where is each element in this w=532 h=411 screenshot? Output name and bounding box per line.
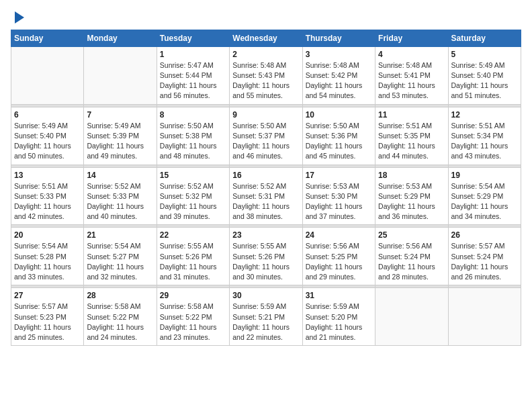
calendar-cell: 24Sunrise: 5:56 AM Sunset: 5:25 PM Dayli… [302, 228, 375, 285]
weekday-header-sunday: Sunday [11, 30, 84, 46]
day-number: 14 [87, 171, 153, 180]
calendar-week-row-2: 6Sunrise: 5:49 AM Sunset: 5:40 PM Daylig… [11, 107, 521, 165]
logo-arrow-icon [15, 11, 24, 24]
calendar-cell [11, 46, 84, 104]
day-info: Sunrise: 5:54 AM Sunset: 5:27 PM Dayligh… [87, 241, 153, 282]
day-number: 5 [451, 50, 518, 59]
day-info: Sunrise: 5:52 AM Sunset: 5:33 PM Dayligh… [87, 181, 153, 222]
weekday-header-friday: Friday [375, 30, 448, 46]
day-number: 4 [378, 50, 445, 59]
calendar-cell: 19Sunrise: 5:54 AM Sunset: 5:29 PM Dayli… [448, 167, 521, 225]
day-info: Sunrise: 5:52 AM Sunset: 5:31 PM Dayligh… [232, 181, 299, 222]
day-number: 23 [232, 230, 299, 240]
calendar-cell [448, 288, 521, 346]
day-info: Sunrise: 5:58 AM Sunset: 5:22 PM Dayligh… [160, 302, 226, 342]
calendar-cell: 28Sunrise: 5:58 AM Sunset: 5:22 PM Dayli… [84, 288, 157, 346]
weekday-header-saturday: Saturday [448, 30, 521, 46]
day-info: Sunrise: 5:55 AM Sunset: 5:26 PM Dayligh… [232, 241, 299, 282]
day-info: Sunrise: 5:48 AM Sunset: 5:43 PM Dayligh… [232, 60, 299, 101]
day-number: 1 [160, 50, 226, 59]
day-info: Sunrise: 5:49 AM Sunset: 5:40 PM Dayligh… [451, 60, 518, 101]
day-number: 29 [160, 291, 226, 300]
calendar-cell: 15Sunrise: 5:52 AM Sunset: 5:32 PM Dayli… [157, 167, 229, 225]
day-number: 15 [160, 171, 226, 180]
weekday-header-wednesday: Wednesday [230, 30, 302, 46]
calendar-cell [375, 288, 448, 346]
calendar-cell: 16Sunrise: 5:52 AM Sunset: 5:31 PM Dayli… [230, 167, 302, 225]
day-number: 3 [306, 50, 372, 59]
day-number: 2 [232, 50, 299, 59]
calendar-cell: 1Sunrise: 5:47 AM Sunset: 5:44 PM Daylig… [157, 46, 229, 104]
calendar-cell: 25Sunrise: 5:56 AM Sunset: 5:24 PM Dayli… [375, 228, 448, 285]
calendar-week-row-5: 27Sunrise: 5:57 AM Sunset: 5:23 PM Dayli… [11, 288, 521, 346]
day-info: Sunrise: 5:58 AM Sunset: 5:22 PM Dayligh… [87, 302, 153, 342]
day-info: Sunrise: 5:52 AM Sunset: 5:32 PM Dayligh… [160, 181, 226, 222]
day-info: Sunrise: 5:56 AM Sunset: 5:24 PM Dayligh… [378, 241, 445, 282]
day-number: 17 [306, 171, 372, 180]
day-number: 18 [378, 171, 445, 180]
day-info: Sunrise: 5:53 AM Sunset: 5:30 PM Dayligh… [306, 181, 372, 222]
day-number: 7 [87, 110, 153, 120]
day-number: 10 [306, 110, 372, 120]
day-number: 30 [232, 291, 299, 300]
calendar-week-row-4: 20Sunrise: 5:54 AM Sunset: 5:28 PM Dayli… [11, 228, 521, 285]
calendar-cell: 3Sunrise: 5:48 AM Sunset: 5:42 PM Daylig… [302, 46, 375, 104]
day-info: Sunrise: 5:51 AM Sunset: 5:34 PM Dayligh… [451, 121, 518, 162]
day-info: Sunrise: 5:59 AM Sunset: 5:20 PM Dayligh… [306, 302, 372, 342]
day-number: 13 [14, 171, 81, 180]
day-info: Sunrise: 5:57 AM Sunset: 5:24 PM Dayligh… [451, 241, 518, 282]
day-number: 19 [451, 171, 518, 180]
calendar-cell: 14Sunrise: 5:52 AM Sunset: 5:33 PM Dayli… [84, 167, 157, 225]
day-number: 8 [160, 110, 226, 120]
calendar-cell: 23Sunrise: 5:55 AM Sunset: 5:26 PM Dayli… [230, 228, 302, 285]
calendar-cell: 6Sunrise: 5:49 AM Sunset: 5:40 PM Daylig… [11, 107, 84, 165]
day-info: Sunrise: 5:50 AM Sunset: 5:37 PM Dayligh… [232, 121, 299, 162]
weekday-header-tuesday: Tuesday [157, 30, 229, 46]
day-info: Sunrise: 5:54 AM Sunset: 5:29 PM Dayligh… [451, 181, 518, 222]
logo [11, 11, 24, 24]
day-info: Sunrise: 5:53 AM Sunset: 5:29 PM Dayligh… [378, 181, 445, 222]
calendar-table: SundayMondayTuesdayWednesdayThursdayFrid… [11, 30, 521, 346]
day-info: Sunrise: 5:47 AM Sunset: 5:44 PM Dayligh… [160, 60, 226, 101]
calendar-cell: 9Sunrise: 5:50 AM Sunset: 5:37 PM Daylig… [230, 107, 302, 165]
day-info: Sunrise: 5:51 AM Sunset: 5:33 PM Dayligh… [14, 181, 81, 222]
calendar-cell: 20Sunrise: 5:54 AM Sunset: 5:28 PM Dayli… [11, 228, 84, 285]
day-number: 22 [160, 230, 226, 240]
page-header [11, 11, 521, 24]
calendar-cell: 30Sunrise: 5:59 AM Sunset: 5:21 PM Dayli… [230, 288, 302, 346]
day-number: 11 [378, 110, 445, 120]
day-number: 12 [451, 110, 518, 120]
day-info: Sunrise: 5:51 AM Sunset: 5:35 PM Dayligh… [378, 121, 445, 162]
calendar-cell: 2Sunrise: 5:48 AM Sunset: 5:43 PM Daylig… [230, 46, 302, 104]
calendar-cell: 29Sunrise: 5:58 AM Sunset: 5:22 PM Dayli… [157, 288, 229, 346]
day-info: Sunrise: 5:57 AM Sunset: 5:23 PM Dayligh… [14, 302, 81, 342]
calendar-cell: 5Sunrise: 5:49 AM Sunset: 5:40 PM Daylig… [448, 46, 521, 104]
day-info: Sunrise: 5:59 AM Sunset: 5:21 PM Dayligh… [232, 302, 299, 342]
calendar-cell: 12Sunrise: 5:51 AM Sunset: 5:34 PM Dayli… [448, 107, 521, 165]
day-number: 21 [87, 230, 153, 240]
day-number: 9 [232, 110, 299, 120]
calendar-cell: 4Sunrise: 5:48 AM Sunset: 5:41 PM Daylig… [375, 46, 448, 104]
day-number: 24 [306, 230, 372, 240]
calendar-cell: 31Sunrise: 5:59 AM Sunset: 5:20 PM Dayli… [302, 288, 375, 346]
day-number: 20 [14, 230, 81, 240]
day-number: 31 [306, 291, 372, 300]
day-info: Sunrise: 5:54 AM Sunset: 5:28 PM Dayligh… [14, 241, 81, 282]
calendar-cell: 26Sunrise: 5:57 AM Sunset: 5:24 PM Dayli… [448, 228, 521, 285]
calendar-cell: 8Sunrise: 5:50 AM Sunset: 5:38 PM Daylig… [157, 107, 229, 165]
day-number: 25 [378, 230, 445, 240]
calendar-cell: 17Sunrise: 5:53 AM Sunset: 5:30 PM Dayli… [302, 167, 375, 225]
weekday-header-row: SundayMondayTuesdayWednesdayThursdayFrid… [11, 30, 521, 46]
calendar-cell: 11Sunrise: 5:51 AM Sunset: 5:35 PM Dayli… [375, 107, 448, 165]
day-info: Sunrise: 5:55 AM Sunset: 5:26 PM Dayligh… [160, 241, 226, 282]
calendar-cell: 7Sunrise: 5:49 AM Sunset: 5:39 PM Daylig… [84, 107, 157, 165]
calendar-cell: 10Sunrise: 5:50 AM Sunset: 5:36 PM Dayli… [302, 107, 375, 165]
calendar-cell: 21Sunrise: 5:54 AM Sunset: 5:27 PM Dayli… [84, 228, 157, 285]
day-info: Sunrise: 5:49 AM Sunset: 5:39 PM Dayligh… [87, 121, 153, 162]
calendar-cell: 22Sunrise: 5:55 AM Sunset: 5:26 PM Dayli… [157, 228, 229, 285]
calendar-cell [84, 46, 157, 104]
day-number: 28 [87, 291, 153, 300]
weekday-header-monday: Monday [84, 30, 157, 46]
day-number: 27 [14, 291, 81, 300]
day-info: Sunrise: 5:56 AM Sunset: 5:25 PM Dayligh… [306, 241, 372, 282]
